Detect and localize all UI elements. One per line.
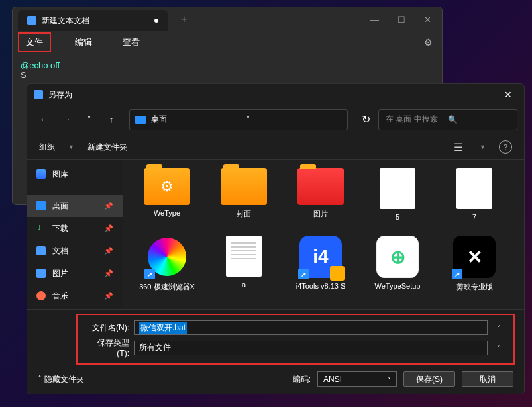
- notepad-titlebar: 新建文本文档 + — ☐ ✕: [13, 7, 442, 31]
- dialog-fields: 文件名(N): 微信双开.bat ˅ 保存类型(T): 所有文件 ˅: [76, 314, 515, 365]
- file-item[interactable]: 5: [366, 168, 429, 221]
- app-icon: ⊕: [376, 236, 419, 278]
- music-icon: [36, 291, 46, 300]
- file-item[interactable]: WeType: [135, 168, 199, 221]
- file-label: 图片: [289, 209, 352, 219]
- pic-icon: [36, 269, 46, 278]
- maximize-button[interactable]: ☐: [398, 15, 405, 24]
- pin-icon: 📌: [104, 202, 113, 210]
- notepad-tab-icon: [27, 16, 36, 25]
- dialog-navbar: ← → ˅ ↑ 桌面 ˅ ↻ 在 桌面 中搜索 🔍: [27, 105, 524, 134]
- pin-icon: 📌: [104, 224, 113, 233]
- text-file-icon: [226, 236, 262, 277]
- address-bar[interactable]: 桌面 ˅: [129, 109, 348, 130]
- filename-label: 文件名(N):: [87, 322, 129, 334]
- file-label: 7: [443, 213, 506, 221]
- document-icon: [380, 168, 415, 209]
- filetype-label: 保存类型(T):: [87, 338, 129, 358]
- view-mode-button[interactable]: ☰: [451, 139, 466, 155]
- location-icon: [135, 116, 146, 124]
- close-button[interactable]: ✕: [424, 15, 431, 24]
- breadcrumb: 桌面: [151, 114, 246, 125]
- cancel-button[interactable]: 取消: [462, 371, 513, 387]
- file-item[interactable]: 封面: [212, 168, 276, 221]
- file-item[interactable]: 360 极速浏览器X: [135, 236, 199, 292]
- chevron-down-icon[interactable]: ˅: [246, 116, 342, 123]
- app-icon: i4: [299, 236, 342, 278]
- app-icon: [146, 236, 188, 278]
- file-item[interactable]: 图片: [289, 168, 352, 221]
- file-label: i4Tools v8.13 S: [289, 282, 352, 290]
- folder-icon: [221, 168, 267, 205]
- minimize-button[interactable]: —: [370, 15, 379, 24]
- dialog-close-button[interactable]: ✕: [499, 88, 517, 101]
- nav-parent-button[interactable]: ↑: [101, 110, 121, 130]
- search-icon: 🔍: [448, 115, 510, 124]
- sidebar-item-label: 桌面: [52, 201, 68, 212]
- file-label: WeType: [135, 209, 199, 217]
- refresh-button[interactable]: ↻: [356, 110, 376, 130]
- chevron-down-icon[interactable]: ˅: [493, 344, 504, 351]
- filename-input[interactable]: 微信双开.bat: [134, 320, 488, 335]
- settings-icon[interactable]: ⚙: [424, 37, 437, 48]
- file-label: 360 极速浏览器X: [135, 282, 199, 292]
- file-label: a: [212, 281, 276, 289]
- dialog-main: 图库桌面📌下载📌文档📌图片📌音乐📌 WeType封面图片57360 极速浏览器X…: [27, 159, 524, 310]
- encoding-select[interactable]: ANSI˅: [317, 371, 397, 387]
- encoding-label: 编码:: [293, 374, 311, 385]
- help-button[interactable]: ?: [499, 140, 512, 154]
- document-icon: [456, 168, 492, 209]
- sidebar-item-desktop[interactable]: 桌面📌: [27, 195, 123, 217]
- dialog-icon: [34, 90, 43, 99]
- sidebar-item-label: 下载: [52, 223, 68, 234]
- sidebar-item-gallery[interactable]: 图库: [27, 163, 123, 185]
- dialog-bottom: ˄隐藏文件夹 编码: ANSI˅ 保存(S) 取消: [27, 365, 524, 394]
- nav-back-button[interactable]: ←: [34, 110, 54, 130]
- organize-button[interactable]: 组织: [39, 142, 55, 153]
- file-item[interactable]: a: [212, 236, 276, 292]
- file-item[interactable]: ✕剪映专业版: [443, 236, 506, 292]
- menu-view[interactable]: 查看: [116, 34, 146, 51]
- menu-edit[interactable]: 编辑: [68, 34, 99, 51]
- sidebar-item-label: 图库: [52, 169, 68, 180]
- pin-icon: 📌: [104, 269, 113, 278]
- search-placeholder: 在 桌面 中搜索: [386, 114, 448, 125]
- file-label: WeTypeSetup: [366, 282, 429, 290]
- new-folder-button[interactable]: 新建文件夹: [87, 142, 127, 153]
- chevron-down-icon[interactable]: ˅: [493, 324, 504, 332]
- nav-up-button[interactable]: ˅: [79, 110, 99, 130]
- file-item[interactable]: ⊕WeTypeSetup: [366, 236, 429, 292]
- doc-icon: [36, 246, 46, 255]
- menu-file[interactable]: 文件: [18, 32, 51, 52]
- chevron-down-icon: ▼: [480, 144, 486, 150]
- notepad-tab[interactable]: 新建文本文档: [18, 10, 168, 31]
- filetype-select[interactable]: 所有文件: [134, 341, 488, 355]
- notepad-content[interactable]: @echo off S: [13, 54, 442, 87]
- sidebar-item-doc[interactable]: 文档📌: [27, 240, 123, 262]
- nav-forward-button[interactable]: →: [56, 110, 76, 130]
- dialog-titlebar: 另存为 ✕: [27, 84, 524, 105]
- sidebar-item-label: 图片: [52, 268, 68, 279]
- file-grid[interactable]: WeType封面图片57360 极速浏览器Xai4i4Tools v8.13 S…: [123, 160, 524, 309]
- notepad-menubar: 文件 编辑 查看 ⚙: [13, 31, 442, 54]
- file-item[interactable]: i4i4Tools v8.13 S: [289, 236, 352, 292]
- save-button[interactable]: 保存(S): [403, 371, 455, 387]
- new-tab-button[interactable]: +: [181, 13, 187, 25]
- file-item[interactable]: 7: [443, 168, 506, 221]
- sidebar-item-download[interactable]: 下载📌: [27, 217, 123, 240]
- hide-folders-toggle[interactable]: ˄隐藏文件夹: [38, 374, 84, 385]
- dialog-sidebar: 图库桌面📌下载📌文档📌图片📌音乐📌: [27, 160, 123, 309]
- save-as-dialog: 另存为 ✕ ← → ˅ ↑ 桌面 ˅ ↻ 在 桌面 中搜索 🔍 组织 ▼ 新建文…: [27, 83, 525, 394]
- pin-icon: 📌: [104, 247, 113, 255]
- sidebar-item-music[interactable]: 音乐📌: [27, 285, 123, 307]
- chevron-down-icon: ▼: [68, 144, 74, 150]
- modified-indicator: [154, 19, 158, 23]
- notepad-tab-title: 新建文本文档: [42, 15, 89, 26]
- desktop-icon: [36, 201, 46, 210]
- code-line: @echo off: [21, 60, 434, 70]
- search-input[interactable]: 在 桌面 中搜索 🔍: [378, 109, 517, 130]
- gallery-icon: [36, 169, 46, 179]
- folder-icon: [144, 168, 190, 205]
- download-icon: [36, 224, 46, 233]
- sidebar-item-pic[interactable]: 图片📌: [27, 262, 123, 285]
